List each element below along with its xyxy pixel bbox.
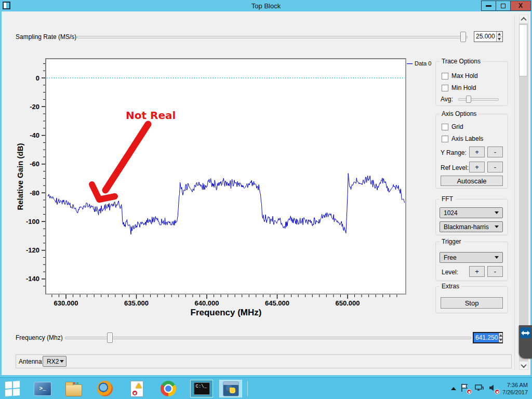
y-axis-title: Relative Gain (dB) (16, 143, 24, 210)
plot-legend: — Data 0 (407, 60, 431, 66)
sampling-rate-spinner (496, 32, 502, 42)
trigger-level-label: Level: (442, 269, 458, 276)
powershell-taskbar-button[interactable]: >_ (31, 380, 54, 397)
command-prompt-taskbar-button[interactable]: C:\_ (190, 380, 213, 397)
frequency-slider-handle[interactable] (107, 332, 113, 343)
grid-box[interactable] (442, 124, 448, 130)
frequency-value[interactable]: 641.250 (474, 333, 499, 342)
max-hold-checkbox[interactable]: Max Hold (442, 72, 478, 79)
minimize-icon (486, 5, 491, 7)
spin-down-button[interactable] (497, 37, 502, 42)
axis-labels-checkbox[interactable]: Axis Labels (442, 135, 483, 142)
trigger-level-plus-button[interactable]: + (469, 266, 485, 277)
annotation-text: Not Real (126, 109, 176, 122)
maximize-button[interactable] (496, 1, 510, 11)
scroll-up-button[interactable] (519, 15, 528, 23)
close-button[interactable]: X (510, 1, 531, 11)
teamviewer-icon (520, 327, 531, 338)
tray-expand-icon[interactable] (451, 387, 456, 390)
x-tick-label: 630.000 (54, 299, 78, 307)
chrome-icon (161, 381, 176, 396)
fft-size-dropdown[interactable]: 1024 (440, 207, 503, 218)
avg-slider[interactable] (458, 98, 499, 101)
y-tick-label: -40 (30, 131, 39, 139)
trigger-mode-dropdown[interactable]: Free (440, 252, 503, 263)
minimize-button[interactable] (481, 1, 496, 11)
dropdown-arrow-icon (495, 225, 499, 228)
trigger-level-minus-button[interactable]: - (487, 266, 503, 277)
fft-window-dropdown[interactable]: Blackman-harris (440, 221, 503, 232)
vertical-scrollbar[interactable] (519, 15, 528, 370)
chevron-up-icon (521, 17, 526, 22)
min-hold-box[interactable] (442, 85, 448, 91)
y-tick-label: -80 (30, 189, 39, 197)
sampling-rate-spinbox[interactable]: 25.000 (474, 31, 503, 42)
grid-checkbox[interactable]: Grid (442, 123, 463, 130)
sampling-rate-slider-handle[interactable] (460, 32, 466, 42)
dropdown-arrow-icon (495, 256, 499, 259)
y-axis: 0-20-40-60-80-100-120-140 (26, 63, 45, 286)
python-app-taskbar-button[interactable] (219, 380, 242, 397)
antenna-value: RX2 (47, 358, 59, 365)
fft-size-value: 1024 (444, 209, 458, 217)
legend-label: Data 0 (415, 60, 431, 66)
start-button[interactable] (1, 380, 24, 397)
firefox-taskbar-button[interactable] (94, 380, 116, 397)
taskbar-separator (247, 381, 248, 396)
antenna-frame (16, 354, 512, 368)
scroll-thumb[interactable] (519, 24, 527, 76)
teamviewer-panel-tab[interactable] (519, 325, 532, 358)
grid-label: Grid (451, 123, 463, 130)
avg-slider-handle[interactable] (466, 96, 471, 103)
max-hold-label: Max Hold (451, 72, 478, 79)
scroll-down-button[interactable] (519, 361, 528, 370)
ref-level-minus-button[interactable]: - (487, 162, 503, 172)
file-explorer-taskbar-button[interactable] (62, 380, 85, 397)
warning-triangle-icon (136, 383, 142, 388)
y-range-minus-button[interactable]: - (487, 147, 503, 157)
min-hold-label: Min Hold (451, 84, 476, 91)
x-tick-label: 645.000 (265, 299, 289, 307)
caption-buttons: X (481, 1, 531, 11)
ref-level-plus-button[interactable]: + (469, 162, 485, 172)
x-tick-label: 640.000 (195, 299, 219, 307)
sampling-rate-value[interactable]: 25.000 (474, 32, 496, 42)
spin-up-button[interactable] (497, 32, 502, 37)
ref-level-label: Ref Level: (441, 164, 469, 171)
fft-window-value: Blackman-harris (444, 223, 489, 231)
tray-date: 7/26/2017 (502, 389, 528, 396)
legend-line-swatch: — (407, 60, 413, 66)
autoscale-button[interactable]: Autoscale (441, 176, 503, 186)
y-tick-label: -120 (26, 246, 39, 254)
dropdown-arrow-icon (495, 211, 499, 214)
alert-badge-icon (467, 389, 472, 394)
max-hold-box[interactable] (442, 73, 448, 79)
title-bar: Top Block X (0, 0, 532, 11)
frequency-slider[interactable] (65, 337, 471, 339)
mute-badge-icon (495, 389, 500, 394)
action-center-flag-icon[interactable] (460, 383, 470, 393)
clock[interactable]: 7:36 AM 7/26/2017 (502, 381, 528, 396)
fft-title: FFT (440, 195, 455, 203)
volume-muted-icon[interactable] (488, 383, 498, 393)
avg-label: Avg: (441, 96, 453, 103)
spin-up-button[interactable] (499, 333, 502, 338)
axis-labels-box[interactable] (442, 136, 448, 142)
y-tick-label: -60 (30, 160, 39, 168)
y-range-label: Y Range: (441, 149, 467, 156)
stop-button[interactable]: Stop (441, 297, 503, 309)
y-range-plus-button[interactable]: + (469, 147, 485, 157)
network-icon[interactable] (474, 383, 484, 393)
file-explorer-icon (65, 384, 82, 396)
antenna-dropdown[interactable]: RX2 (43, 356, 66, 367)
tray-time: 7:36 AM (502, 381, 528, 389)
spin-down-button[interactable] (499, 338, 502, 343)
chrome-taskbar-button[interactable] (157, 380, 180, 397)
min-hold-checkbox[interactable]: Min Hold (442, 84, 476, 91)
axis-options-title: Axis Options (440, 110, 478, 117)
trigger-title: Trigger (440, 238, 463, 245)
notes-warning-taskbar-button[interactable] (125, 380, 148, 397)
error-badge-icon (132, 390, 138, 396)
sampling-rate-slider[interactable] (77, 36, 468, 38)
frequency-spinbox[interactable]: 641.250 (473, 332, 503, 343)
